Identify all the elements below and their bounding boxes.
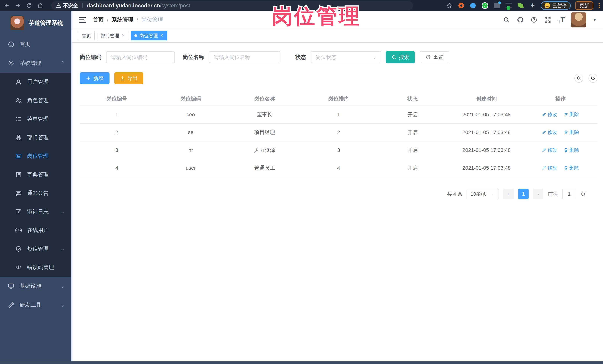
sidebar-item-label: 岗位管理 [27, 153, 64, 160]
add-button[interactable]: 新增 [80, 72, 109, 84]
extension-drop-icon[interactable] [469, 2, 477, 9]
browser-update-button[interactable]: 更新 [575, 1, 593, 10]
breadcrumb-home[interactable]: 首页 [93, 16, 104, 23]
tag-home[interactable]: 首页 [78, 31, 95, 40]
edit-link[interactable]: 修改 [542, 165, 557, 171]
system-submenu: 用户管理 角色管理 菜单管理 部门管理 [0, 73, 71, 277]
reset-button[interactable]: 重置 [420, 51, 449, 63]
sidebar-item-roles[interactable]: 角色管理 [0, 91, 71, 110]
browser-back-button[interactable] [3, 2, 10, 9]
app-logo-row[interactable]: 芋道管理系统 [0, 11, 71, 35]
cell-actions: 修改 删除 [523, 123, 597, 141]
table-header-row: 岗位编号 岗位编码 岗位名称 岗位排序 状态 创建时间 操作 [80, 92, 597, 106]
site-security-warning[interactable]: 不安全 [56, 2, 78, 9]
edit-link[interactable]: 修改 [542, 147, 557, 153]
delete-link[interactable]: 删除 [564, 129, 579, 135]
export-button[interactable]: 导出 [114, 72, 143, 84]
delete-link[interactable]: 删除 [564, 147, 579, 153]
sidebar-item-announcements[interactable]: 通知公告 [0, 184, 71, 202]
breadcrumb: 首页 / 系统管理 / 岗位管理 [93, 16, 163, 23]
sidebar-item-online-users[interactable]: 在线用户 [0, 221, 71, 240]
sidebar-item-label: 用户管理 [27, 78, 64, 86]
browser-reload-button[interactable] [26, 2, 33, 9]
tag-posts-active[interactable]: 岗位管理 ✕ [131, 31, 167, 40]
tag-close-icon[interactable]: ✕ [121, 33, 125, 38]
github-icon [517, 17, 523, 23]
emoji-face-icon [545, 3, 550, 8]
sidebar-item-system[interactable]: 系统管理 ⌃ [0, 54, 71, 73]
breadcrumb-current: 岗位管理 [141, 16, 163, 23]
post-name-input[interactable] [209, 51, 280, 63]
sidebar-item-users[interactable]: 用户管理 [0, 73, 71, 91]
cell-actions: 修改 删除 [523, 106, 597, 123]
posts-table: 岗位编号 岗位编码 岗位名称 岗位排序 状态 创建时间 操作 1 ceo [80, 92, 597, 177]
user-avatar[interactable] [571, 12, 586, 27]
github-link-button[interactable] [517, 16, 524, 23]
bottom-edge-bar [0, 361, 603, 364]
sidebar-toggle-button[interactable] [79, 17, 86, 23]
url-bar[interactable]: 不安全 dashboard.yudao.iocoder.cn/system/po… [51, 1, 413, 10]
announcement-icon [15, 190, 22, 197]
font-size-button[interactable]: TT [558, 16, 565, 24]
extension-pinwheel-icon[interactable]: ✦ [529, 2, 536, 9]
extension-columns-icon[interactable] [493, 2, 500, 9]
edit-link[interactable]: 修改 [542, 111, 557, 118]
sidebar-item-infrastructure[interactable]: 基础设施 ⌄ [0, 277, 71, 296]
browser-extensions-area: ✓ ✦ 已暂停 更新 [446, 1, 600, 10]
page-content: 岗位编码 岗位名称 状态 岗位状态 ⌄ 搜索 重置 [72, 43, 603, 364]
sidebar-item-dictionary[interactable]: 字典管理 [0, 165, 71, 184]
tag-close-icon[interactable]: ✕ [160, 33, 163, 38]
page-number-button[interactable]: 1 [518, 189, 529, 199]
cell-code: se [154, 123, 228, 141]
goto-page-input[interactable] [562, 188, 576, 199]
cell-actions: 修改 删除 [523, 141, 597, 159]
search-filter-form: 岗位编码 岗位名称 状态 岗位状态 ⌄ 搜索 重置 [80, 51, 597, 63]
browser-forward-button[interactable] [14, 2, 22, 9]
next-page-button[interactable]: › [533, 189, 544, 199]
tag-departments[interactable]: 部门管理 ✕ [97, 31, 128, 40]
edit-link[interactable]: 修改 [542, 129, 557, 135]
browser-menu-button[interactable] [599, 3, 600, 8]
active-dot-icon [134, 34, 137, 37]
bookmark-star-icon[interactable] [446, 2, 453, 9]
column-header: 状态 [376, 92, 450, 106]
sidebar-item-audit-log[interactable]: 审计日志 ⌄ [0, 202, 71, 221]
help-button[interactable] [530, 16, 538, 23]
prev-page-button[interactable]: ‹ [503, 189, 514, 199]
back-arrow-icon [4, 3, 10, 9]
sidebar-item-posts[interactable]: 岗位管理 [0, 147, 71, 165]
status-select[interactable]: 岗位状态 ⌄ [311, 51, 381, 63]
sidebar-item-error-codes[interactable]: 错误码管理 [0, 258, 71, 277]
add-button-label: 新增 [93, 75, 104, 82]
refresh-table-button[interactable] [589, 74, 597, 83]
delete-link[interactable]: 删除 [564, 111, 579, 118]
goto-label: 前往 [548, 191, 558, 197]
cell-name: 普通员工 [228, 159, 302, 177]
extension-orange-icon[interactable] [457, 2, 465, 9]
breadcrumb-system[interactable]: 系统管理 [112, 16, 133, 23]
sidebar-item-dev-tools[interactable]: 研发工具 ⌄ [0, 296, 71, 314]
sidebar-item-home[interactable]: 首页 [0, 35, 71, 54]
delete-link[interactable]: 删除 [564, 165, 579, 171]
post-name-label: 岗位名称 [183, 54, 204, 61]
profile-paused-badge[interactable]: 已暂停 [541, 1, 571, 10]
avatar-caret-down-icon[interactable]: ▼ [593, 17, 597, 22]
extension-leaf-icon[interactable] [517, 2, 524, 9]
sidebar-item-label: 角色管理 [27, 97, 64, 104]
search-button[interactable]: 搜索 [386, 51, 415, 63]
sidebar-item-departments[interactable]: 部门管理 [0, 128, 71, 147]
header-search-button[interactable] [503, 16, 510, 23]
toggle-search-button[interactable] [574, 74, 583, 83]
omnibox-divider [82, 3, 82, 8]
sidebar-item-sms[interactable]: 短信管理 ⌄ [0, 240, 71, 258]
browser-home-button[interactable] [37, 2, 44, 9]
extension-list-icon[interactable] [505, 2, 512, 9]
extension-check-icon[interactable]: ✓ [481, 2, 489, 9]
fullscreen-button[interactable] [544, 16, 551, 23]
pencil-icon [542, 165, 546, 170]
chevron-up-icon: ⌃ [61, 61, 64, 66]
sidebar-item-menus[interactable]: 菜单管理 [0, 110, 71, 128]
post-code-input[interactable] [106, 51, 175, 63]
security-label: 不安全 [63, 2, 78, 9]
page-size-select[interactable]: 10条/页 ⌄ [467, 188, 499, 199]
